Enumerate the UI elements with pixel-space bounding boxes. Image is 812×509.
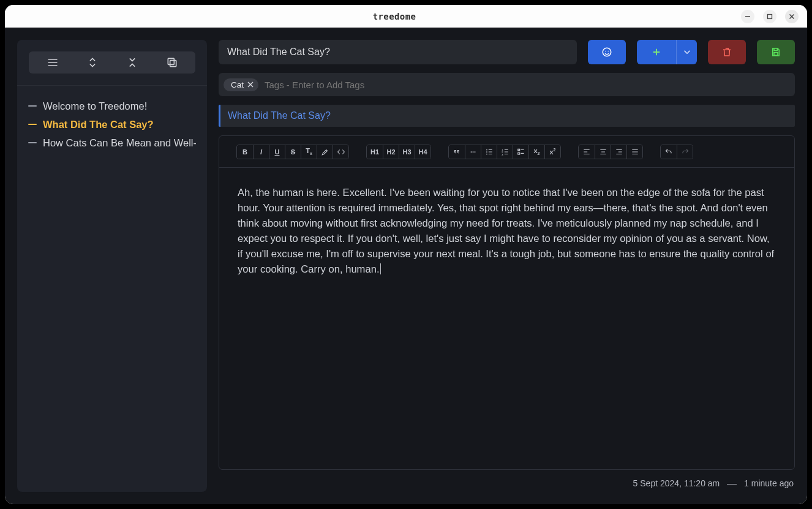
checklist-button[interactable] bbox=[513, 145, 528, 159]
redo-button[interactable] bbox=[677, 145, 693, 159]
align-center-icon bbox=[599, 148, 607, 156]
hamburger-icon bbox=[47, 56, 59, 69]
minimize-button[interactable] bbox=[741, 10, 754, 23]
svg-rect-8 bbox=[168, 58, 174, 64]
quote-icon bbox=[453, 148, 461, 156]
ordered-list-button[interactable]: 123 bbox=[497, 145, 513, 159]
underline-button[interactable]: U bbox=[269, 145, 285, 159]
h3-button[interactable]: H3 bbox=[399, 145, 415, 159]
align-right-button[interactable] bbox=[611, 145, 626, 159]
note-list: Welcome to Treedome! What Did The Cat Sa… bbox=[17, 86, 207, 151]
h4-button[interactable]: H4 bbox=[415, 145, 430, 159]
code-icon bbox=[337, 148, 345, 156]
note-heading-bar: What Did The Cat Say? bbox=[219, 105, 795, 127]
collapse-icon bbox=[126, 56, 138, 69]
chevron-down-icon bbox=[682, 47, 693, 58]
italic-button[interactable]: I bbox=[253, 145, 269, 159]
collapse-all-button[interactable] bbox=[118, 54, 147, 71]
delete-button[interactable] bbox=[708, 40, 746, 64]
strike-button[interactable]: S bbox=[285, 145, 301, 159]
h1-button[interactable]: H1 bbox=[367, 145, 383, 159]
editor-content[interactable]: Ah, the human is here. Excellent. I've b… bbox=[219, 168, 794, 469]
clear-format-button[interactable]: Tx bbox=[301, 145, 317, 159]
maximize-icon bbox=[767, 13, 773, 20]
svg-point-9 bbox=[603, 48, 611, 56]
app-window: treedome bbox=[5, 5, 807, 504]
note-heading: What Did The Cat Say? bbox=[228, 110, 331, 121]
ordered-list-icon: 123 bbox=[501, 148, 509, 156]
save-icon bbox=[770, 47, 781, 58]
status-timestamp: 5 Sept 2024, 11:20 am bbox=[633, 478, 720, 488]
copy-button[interactable] bbox=[157, 54, 187, 71]
save-button[interactable] bbox=[757, 40, 795, 64]
h2-button[interactable]: H2 bbox=[383, 145, 399, 159]
expand-icon bbox=[86, 56, 99, 69]
svg-point-17 bbox=[486, 149, 487, 150]
note-item-welcome[interactable]: Welcome to Treedome! bbox=[28, 98, 196, 114]
highlight-icon bbox=[321, 148, 329, 156]
bold-button[interactable]: B bbox=[237, 145, 253, 159]
undo-icon bbox=[664, 148, 673, 156]
main-panel: Cat What Did The Cat Say? B I bbox=[219, 40, 795, 492]
highlight-button[interactable] bbox=[317, 145, 333, 159]
svg-point-11 bbox=[608, 51, 609, 52]
history-group bbox=[660, 145, 693, 159]
bullet-list-button[interactable] bbox=[481, 145, 497, 159]
sidebar: Welcome to Treedome! What Did The Cat Sa… bbox=[17, 40, 207, 492]
status-separator bbox=[727, 484, 737, 484]
note-item-cat-say[interactable]: What Did The Cat Say? bbox=[28, 116, 196, 132]
status-bar: 5 Sept 2024, 11:20 am 1 minute ago bbox=[219, 478, 795, 492]
editor-toolbar: B I U S Tx H1 H2 H3 H4 bbox=[219, 136, 794, 168]
status-relative: 1 minute ago bbox=[744, 478, 794, 488]
align-left-button[interactable] bbox=[579, 145, 595, 159]
text-style-group: B I U S Tx bbox=[236, 145, 349, 159]
bullet-icon bbox=[28, 142, 37, 143]
align-justify-icon bbox=[631, 148, 639, 156]
align-group bbox=[578, 145, 643, 159]
svg-rect-1 bbox=[768, 14, 772, 18]
note-title-input[interactable] bbox=[219, 40, 577, 64]
add-note-button[interactable] bbox=[637, 40, 697, 64]
tag-chip[interactable]: Cat bbox=[224, 78, 258, 91]
smile-icon bbox=[601, 47, 612, 58]
maximize-button[interactable] bbox=[763, 10, 776, 23]
note-label: Welcome to Treedome! bbox=[43, 100, 147, 112]
svg-point-19 bbox=[486, 153, 487, 154]
app-body: Welcome to Treedome! What Did The Cat Sa… bbox=[5, 28, 807, 504]
tag-label: Cat bbox=[231, 80, 244, 89]
block-group: ··· 123 x2 x2 bbox=[448, 145, 561, 159]
align-right-icon bbox=[615, 148, 623, 156]
title-bar: treedome bbox=[5, 5, 807, 28]
superscript-button[interactable]: x2 bbox=[544, 145, 560, 159]
heading-group: H1 H2 H3 H4 bbox=[366, 145, 431, 159]
hr-button[interactable]: ··· bbox=[465, 145, 481, 159]
code-button[interactable] bbox=[333, 145, 348, 159]
tag-remove-icon[interactable] bbox=[247, 80, 254, 89]
note-item-cats-mean[interactable]: How Cats Can Be Mean and Well-Mannered bbox=[28, 135, 196, 151]
undo-button[interactable] bbox=[661, 145, 677, 159]
redo-icon bbox=[681, 148, 690, 156]
svg-rect-7 bbox=[170, 61, 176, 67]
window-controls bbox=[741, 10, 807, 23]
tags-input[interactable] bbox=[265, 80, 790, 90]
close-button[interactable] bbox=[785, 10, 799, 23]
editor: B I U S Tx H1 H2 H3 H4 bbox=[219, 135, 795, 470]
window-title: treedome bbox=[48, 12, 741, 21]
menu-button[interactable] bbox=[38, 54, 67, 71]
add-note-dropdown[interactable] bbox=[676, 40, 697, 64]
blockquote-button[interactable] bbox=[449, 145, 465, 159]
svg-point-10 bbox=[605, 51, 606, 52]
plus-icon bbox=[637, 47, 676, 58]
tags-row: Cat bbox=[219, 73, 795, 96]
close-icon bbox=[789, 13, 795, 20]
bullet-list-icon bbox=[485, 148, 494, 156]
top-row bbox=[219, 40, 795, 64]
note-label: How Cats Can Be Mean and Well-Mannered bbox=[43, 137, 196, 149]
subscript-button[interactable]: x2 bbox=[528, 145, 544, 159]
minimize-icon bbox=[745, 13, 751, 20]
expand-all-button[interactable] bbox=[78, 54, 107, 71]
align-center-button[interactable] bbox=[595, 145, 611, 159]
copy-icon bbox=[166, 56, 178, 69]
align-justify-button[interactable] bbox=[626, 145, 642, 159]
emoji-button[interactable] bbox=[588, 40, 626, 64]
